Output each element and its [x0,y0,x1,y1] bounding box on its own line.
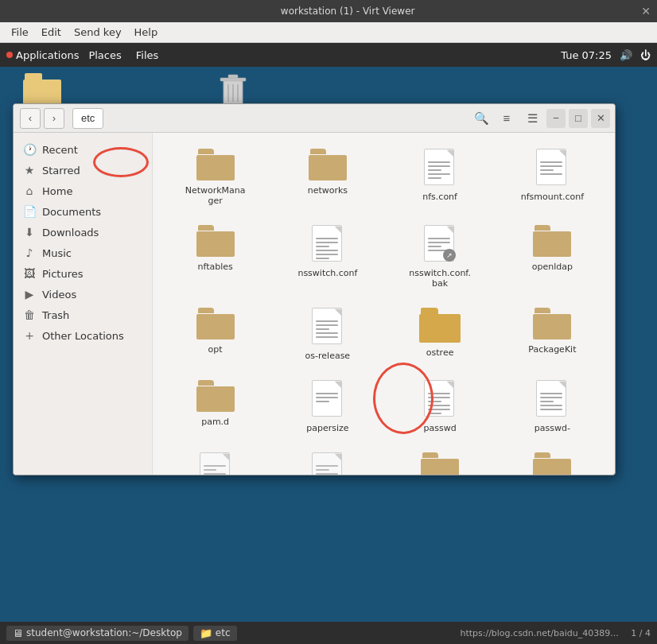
power-icon[interactable]: ⏻ [640,49,651,61]
window-titlebar: workstation (1) - Virt Viewer ✕ [0,0,657,22]
maximize-button[interactable]: □ [569,109,588,128]
folder-tab [422,452,438,458]
file-item-pamd[interactable]: pam.d [162,374,268,440]
recent-icon: 🕐 [23,143,36,156]
file-item-nsswitch[interactable]: nsswitch.conf [274,219,380,295]
starred-icon: ★ [23,164,36,177]
sidebar-item-pictures[interactable]: 🖼 Pictures [14,263,152,284]
osrelease-label: os-release [305,351,351,361]
nftables-folder-icon [196,225,235,257]
taskbar-left: 🖥 student@workstation:~/Desktop 📁 etc [6,626,237,641]
minimize-button[interactable]: − [546,109,566,128]
taskbar-right: https://blog.csdn.net/baidu_40389... 1 /… [460,628,651,638]
sidebar-documents-label: Documents [42,206,101,218]
file-item-nsswitch-bak[interactable]: ↗ nsswitch.conf.bak [387,219,493,295]
window-close-btn[interactable]: ✕ [641,5,651,17]
sidebar-item-other[interactable]: + Other Locations [14,325,152,346]
file-item-passwddash[interactable]: passwd- [500,374,605,440]
file-item-polkit[interactable]: polkit-1 [387,446,493,475]
titlebar-actions: 🔍 ≡ ☰ − □ ✕ [470,107,610,130]
menu-file[interactable]: File [5,25,35,40]
folder-body [421,459,459,475]
sidebar-item-starred[interactable]: ★ Starred [14,160,152,180]
sidebar-item-trash[interactable]: 🗑 Trash [14,305,152,325]
sidebar-item-home[interactable]: ⌂ Home [14,180,152,201]
sidebar-item-videos[interactable]: ▶ Videos [14,284,152,305]
folder-body [196,231,235,257]
applications-btn[interactable]: Applications [6,49,79,61]
file-item-osrelease[interactable]: os-release [274,301,380,367]
networkmanager-folder-icon [196,149,235,180]
taskbar-url: https://blog.csdn.net/baidu_40389... [460,628,618,638]
folder-tab [25,73,42,80]
applications-label: Applications [16,49,79,61]
search-button[interactable]: 🔍 [470,107,492,130]
window-title: workstation (1) - Virt Viewer [54,6,641,17]
nftables-label: nftables [198,262,233,272]
file-item-opt[interactable]: opt [162,301,268,367]
file-item-nfsconf[interactable]: nfs.conf [387,142,493,212]
volume-icon[interactable]: 🔊 [620,49,632,61]
close-button[interactable]: ✕ [591,109,610,128]
documents-icon: 📄 [23,205,36,218]
taskbar-etc-icon: 📁 [200,627,212,639]
nfsconf-file-icon [424,149,456,187]
music-icon: ♪ [23,246,36,259]
taskbar-etc-label: etc [216,627,231,638]
file-item-passwd[interactable]: passwd [387,374,493,440]
pamd-folder-icon [196,380,235,412]
passwd-label: passwd [424,423,457,433]
papersize-file-icon [312,380,344,418]
pamd-label: pam.d [201,417,229,427]
list-view-button[interactable]: ☰ [521,107,543,130]
folder-body [309,155,347,180]
file-item-openldap[interactable]: openldap [500,219,605,295]
sidebar-item-recent[interactable]: 🕐 Recent [14,139,152,160]
menu-edit[interactable]: Edit [35,25,68,40]
taskbar-desktop-label: student@workstation:~/Desktop [26,627,182,638]
file-item-networkmanager[interactable]: NetworkManager [162,142,268,212]
breadcrumb-etc[interactable]: etc [72,108,103,129]
networks-folder-icon [309,149,347,180]
sidebar-starred-label: Starred [42,165,80,177]
desktop: student Trash [0,67,657,572]
window-frame: workstation (1) - Virt Viewer ✕ File Edi… [0,0,657,644]
sidebar-item-documents[interactable]: 📄 Documents [14,201,152,222]
osrelease-file-icon [312,308,344,346]
menu-help[interactable]: Help [128,25,165,40]
places-btn[interactable]: Places [84,49,126,61]
passwddash-file-icon [536,380,568,418]
location-bar: etc [72,108,464,129]
file-manager-titlebar: ‹ › etc 🔍 ≡ ☰ − □ ✕ [14,104,615,133]
nsswitch-label: nsswitch.conf [297,268,357,278]
file-item-ostree[interactable]: ostree [387,301,493,367]
files-btn[interactable]: Files [131,49,164,61]
folder-body [196,386,235,412]
file-item-pki[interactable]: pki [162,446,268,475]
folder-tab [421,308,438,314]
openldap-label: openldap [532,262,573,272]
nsswitch-bak-label: nsswitch.conf.bak [408,268,472,289]
sidebar-recent-label: Recent [42,144,78,156]
trash-sidebar-icon: 🗑 [23,308,36,321]
sidebar-item-music[interactable]: ♪ Music [14,242,152,263]
file-item-nftables[interactable]: nftables [162,219,268,295]
taskbar-etc-item[interactable]: 📁 etc [193,626,237,641]
file-item-nfsmount[interactable]: nfsmount.conf [500,142,605,212]
file-item-plymouth[interactable]: plymouth [274,446,380,475]
taskbar-desktop-item[interactable]: 🖥 student@workstation:~/Desktop [6,626,189,641]
folder-body [533,459,571,475]
nfsconf-label: nfs.conf [422,192,457,202]
folder-tab [535,308,550,313]
view-options-button[interactable]: ≡ [496,107,518,130]
back-button[interactable]: ‹ [20,108,41,129]
forward-button[interactable]: › [44,108,64,129]
sidebar-item-downloads[interactable]: ⬇ Downloads [14,222,152,242]
folder-body [196,314,235,339]
file-item-papersize[interactable]: papersize [274,374,380,440]
file-item-networks[interactable]: networks [274,142,380,212]
file-item-poptd[interactable]: popt.d [500,446,605,475]
file-item-packagekit[interactable]: PackageKit [500,301,605,367]
sidebar-music-label: Music [42,247,72,259]
menu-send-key[interactable]: Send key [68,25,128,40]
